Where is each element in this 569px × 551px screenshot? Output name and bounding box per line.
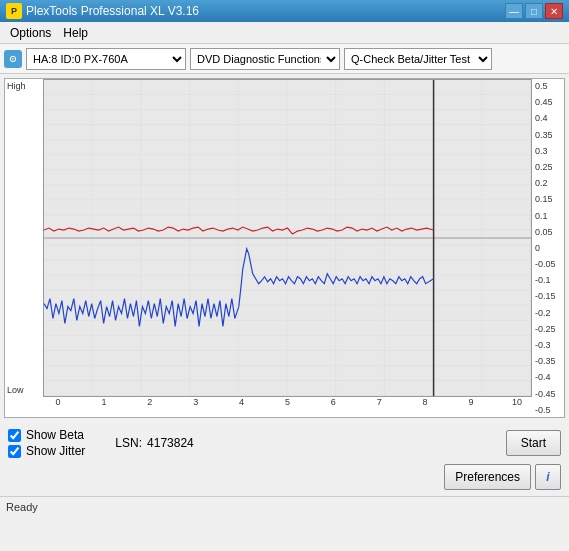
drive-icon: ⊙: [4, 50, 22, 68]
y-label-n0.35: -0.35: [532, 356, 564, 366]
show-jitter-label: Show Jitter: [26, 444, 85, 458]
x-label-0: 0: [43, 397, 73, 417]
y-label-0: 0: [532, 243, 564, 253]
y-label-n0.25: -0.25: [532, 324, 564, 334]
title-bar-controls: — □ ✕: [505, 3, 563, 19]
menu-bar: Options Help: [0, 22, 569, 44]
x-label-3: 3: [181, 397, 211, 417]
y-axis-right: 0.5 0.45 0.4 0.35 0.3 0.25 0.2 0.15 0.1 …: [532, 79, 564, 417]
checkboxes: Show Beta Show Jitter: [8, 428, 85, 458]
x-label-5: 5: [272, 397, 302, 417]
test-select[interactable]: Q-Check Beta/Jitter Test: [344, 48, 492, 70]
status-text: Ready: [6, 501, 38, 513]
high-label: High: [7, 81, 26, 91]
show-beta-row: Show Beta: [8, 428, 85, 442]
y-label-0.25: 0.25: [532, 162, 564, 172]
y-label-n0.05: -0.05: [532, 259, 564, 269]
bottom-buttons: Preferences i: [8, 464, 561, 490]
close-button[interactable]: ✕: [545, 3, 563, 19]
menu-options[interactable]: Options: [4, 25, 57, 41]
y-label-n0.4: -0.4: [532, 372, 564, 382]
y-label-n0.3: -0.3: [532, 340, 564, 350]
y-label-n0.1: -0.1: [532, 275, 564, 285]
x-label-2: 2: [135, 397, 165, 417]
preferences-button[interactable]: Preferences: [444, 464, 531, 490]
chart-plot: [43, 79, 532, 397]
y-label-n0.45: -0.45: [532, 389, 564, 399]
y-label-0.3: 0.3: [532, 146, 564, 156]
lsn-value: 4173824: [147, 436, 194, 450]
bottom-panel: Show Beta Show Jitter LSN: 4173824 Start…: [0, 422, 569, 496]
show-beta-checkbox[interactable]: [8, 429, 21, 442]
chart-area: High Low 0.5 0.45 0.4 0.35 0.3 0.25 0.2 …: [4, 78, 565, 418]
info-button[interactable]: i: [535, 464, 561, 490]
y-label-n0.15: -0.15: [532, 291, 564, 301]
show-jitter-checkbox[interactable]: [8, 445, 21, 458]
y-label-0.05: 0.05: [532, 227, 564, 237]
y-label-n0.5: -0.5: [532, 405, 564, 415]
x-label-4: 4: [227, 397, 257, 417]
x-label-10: 10: [502, 397, 532, 417]
maximize-button[interactable]: □: [525, 3, 543, 19]
low-label: Low: [7, 385, 24, 395]
drive-select[interactable]: HA:8 ID:0 PX-760A: [26, 48, 186, 70]
bottom-row-1: Show Beta Show Jitter LSN: 4173824 Start: [8, 428, 561, 458]
y-label-0.1: 0.1: [532, 211, 564, 221]
x-axis: 0 1 2 3 4 5 6 7 8 9 10: [43, 397, 532, 417]
y-label-0.5: 0.5: [532, 81, 564, 91]
chart-svg: [44, 80, 531, 396]
lsn-label: LSN:: [115, 436, 142, 450]
toolbar: ⊙ HA:8 ID:0 PX-760A DVD Diagnostic Funct…: [0, 44, 569, 74]
x-label-8: 8: [410, 397, 440, 417]
status-bar: Ready: [0, 496, 569, 516]
function-select[interactable]: DVD Diagnostic Functions: [190, 48, 340, 70]
y-label-0.2: 0.2: [532, 178, 564, 188]
title-bar-text: PlexTools Professional XL V3.16: [26, 4, 505, 18]
y-label-0.4: 0.4: [532, 113, 564, 123]
y-label-0.45: 0.45: [532, 97, 564, 107]
minimize-button[interactable]: —: [505, 3, 523, 19]
y-label-0.15: 0.15: [532, 194, 564, 204]
show-jitter-row: Show Jitter: [8, 444, 85, 458]
show-beta-label: Show Beta: [26, 428, 84, 442]
menu-help[interactable]: Help: [57, 25, 94, 41]
start-button[interactable]: Start: [506, 430, 561, 456]
title-bar: P PlexTools Professional XL V3.16 — □ ✕: [0, 0, 569, 22]
x-label-9: 9: [456, 397, 486, 417]
x-label-1: 1: [89, 397, 119, 417]
x-label-6: 6: [318, 397, 348, 417]
y-label-0.35: 0.35: [532, 130, 564, 140]
lsn-area: LSN: 4173824: [115, 436, 193, 450]
y-label-n0.2: -0.2: [532, 308, 564, 318]
app-icon: P: [6, 3, 22, 19]
x-label-7: 7: [364, 397, 394, 417]
